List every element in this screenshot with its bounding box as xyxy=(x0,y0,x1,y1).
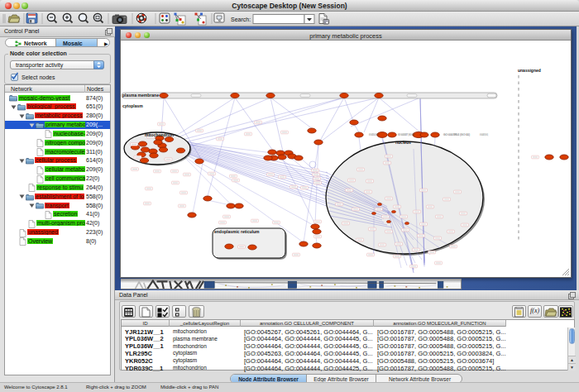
svg-text:endoplasmic reticulum: endoplasmic reticulum xyxy=(214,229,260,234)
svg-text:GO:0003864 (GO:00): GO:0003864 (GO:00) xyxy=(443,133,470,136)
svg-text:GO:0004095 (GO:00): GO:0004095 (GO:00) xyxy=(480,133,488,136)
svg-text:cytoplasm: cytoplasm xyxy=(122,103,143,108)
svg-text:GO:0003164 (GO:00): GO:0003164 (GO:00) xyxy=(369,133,379,136)
svg-text:unassigned: unassigned xyxy=(518,68,541,73)
svg-text:GO:0003437 (GO:00): GO:0003437 (GO:00) xyxy=(398,133,414,136)
svg-text:nucleus: nucleus xyxy=(395,140,411,145)
svg-text:mitochondrion: mitochondrion xyxy=(145,132,174,137)
svg-text:plasma membrane: plasma membrane xyxy=(122,93,159,98)
svg-text:Search:: Search: xyxy=(231,17,251,22)
